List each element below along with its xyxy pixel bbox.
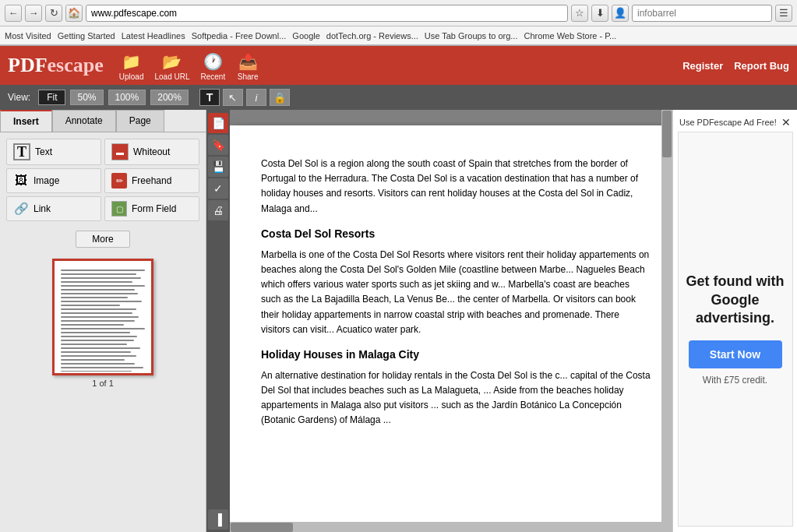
form-field-icon: ▢ <box>111 201 127 217</box>
main-layout: Insert Annotate Page T Text ▬ Whiteout 🖼… <box>0 110 797 532</box>
zoom-200-button[interactable]: 200% <box>150 90 189 105</box>
recent-label: Recent <box>200 72 225 81</box>
address-bar[interactable] <box>86 5 568 22</box>
strip-save-btn[interactable]: 💾 <box>208 157 228 177</box>
fit-button[interactable]: Fit <box>38 90 65 105</box>
upload-icon: 📁 <box>120 51 143 72</box>
lock-tool[interactable]: 🔒 <box>270 89 290 106</box>
user-button[interactable]: 👤 <box>612 5 629 22</box>
sidebar-tabs: Insert Annotate Page <box>0 110 206 132</box>
pdf-text: Costa Del Sol is a region along the sout… <box>261 157 651 428</box>
page-thumb-inner <box>56 262 150 372</box>
image-icon: 🖼 <box>13 173 29 188</box>
strip-side-btn[interactable]: ▐ <box>208 509 228 530</box>
ad-close-icon[interactable]: ✕ <box>781 116 791 129</box>
load-url-label: Load URL <box>154 72 189 81</box>
upload-tool[interactable]: 📁 Upload <box>119 51 144 81</box>
view-label: View: <box>8 92 30 103</box>
freehand-tool[interactable]: ✏ Freehand <box>104 168 199 193</box>
pdf-page: Costa Del Sol is a region along the sout… <box>230 125 672 532</box>
share-icon: 📤 <box>236 51 259 72</box>
menu-button[interactable]: ☰ <box>775 5 792 22</box>
upload-label: Upload <box>119 72 144 81</box>
bookmark-google[interactable]: Google <box>292 31 319 41</box>
pdf-paragraph-2: Marbella is one of the Costa Del Sol Res… <box>261 248 651 337</box>
ad-header-text: Use PDFescape Ad Free! <box>679 118 777 127</box>
link-tool[interactable]: 🔗 Link <box>6 196 101 221</box>
whiteout-icon: ▬ <box>111 143 129 160</box>
strip-print-btn[interactable]: 🖨 <box>208 200 228 220</box>
whiteout-tool[interactable]: ▬ Whiteout <box>104 139 199 165</box>
register-button[interactable]: Register <box>682 60 723 72</box>
back-button[interactable]: ← <box>5 5 22 22</box>
search-bar[interactable] <box>632 5 772 22</box>
pdf-paragraph-3: An alternative destination for holiday r… <box>261 368 651 428</box>
forward-button[interactable]: → <box>25 5 42 22</box>
bookmarks-bar: Most Visited Getting Started Latest Head… <box>0 26 797 45</box>
header-right: Register Report Bug <box>682 60 789 72</box>
tab-insert[interactable]: Insert <box>0 110 52 132</box>
download-button[interactable]: ⬇ <box>591 5 608 22</box>
ad-sidebar: Use PDFescape Ad Free! ✕ Get found with … <box>672 110 797 532</box>
text-icon: T <box>13 143 30 160</box>
app-header: PDFescape 📁 Upload 📂 Load URL 🕐 Recent 📤… <box>0 46 797 85</box>
view-bar: View: Fit 50% 100% 200% T ↖ i 🔒 <box>0 85 797 110</box>
home-button[interactable]: 🏠 <box>65 5 83 22</box>
freehand-icon: ✏ <box>111 173 127 188</box>
image-tool[interactable]: 🖼 Image <box>6 168 101 193</box>
zoom-50-button[interactable]: 50% <box>70 90 103 105</box>
bookmark-button[interactable]: ☆ <box>571 5 588 22</box>
ad-content: Get found with Google advertising. Start… <box>678 132 793 527</box>
share-label: Share <box>238 72 259 81</box>
ad-title: Get found with Google advertising. <box>686 273 785 327</box>
share-tool[interactable]: 📤 Share <box>236 51 259 81</box>
pdf-content-area[interactable]: Costa Del Sol is a region along the sout… <box>230 110 672 532</box>
pdf-scrollbar-thumb[interactable] <box>662 111 672 157</box>
strip-check-btn[interactable]: ✓ <box>208 178 228 199</box>
app-logo: PDFescape <box>8 54 104 77</box>
pdf-hscrollbar[interactable] <box>230 522 661 532</box>
bookmark-latest-headlines[interactable]: Latest Headlines <box>122 31 185 41</box>
text-tool[interactable]: T Text <box>6 139 101 165</box>
ad-sub-label: With £75 credit. <box>703 375 767 386</box>
pointer-tool[interactable]: ↖ <box>223 89 243 106</box>
bookmark-tab-groups[interactable]: Use Tab Groups to org... <box>425 31 518 41</box>
form-field-tool[interactable]: ▢ Form Field <box>104 196 199 221</box>
freehand-tool-label: Freehand <box>132 175 171 186</box>
strip-bookmark-btn[interactable]: 🔖 <box>208 135 228 155</box>
header-tools: 📁 Upload 📂 Load URL 🕐 Recent 📤 Share <box>119 51 259 81</box>
strip-page-btn[interactable]: 📄 <box>208 113 228 133</box>
pdf-scrollbar[interactable] <box>661 110 672 532</box>
tool-grid: T Text ▬ Whiteout 🖼 Image ✏ Freehand 🔗 L… <box>0 132 206 227</box>
tab-page[interactable]: Page <box>116 110 164 132</box>
text-tool-label: Text <box>35 146 52 157</box>
start-now-button[interactable]: Start Now <box>689 340 782 368</box>
pdf-paragraph-1: Costa Del Sol is a region along the sout… <box>261 157 651 217</box>
ad-header: Use PDFescape Ad Free! ✕ <box>679 116 791 129</box>
image-tool-label: Image <box>34 175 59 186</box>
bookmark-getting-started[interactable]: Getting Started <box>58 31 115 41</box>
browser-nav: ← → ↻ 🏠 ☆ ⬇ 👤 ☰ <box>0 0 797 26</box>
bookmark-softpedia[interactable]: Softpedia - Free Downl... <box>192 31 287 41</box>
page-thumbnail[interactable] <box>52 259 153 375</box>
pdf-hscrollbar-thumb[interactable] <box>231 523 293 532</box>
recent-icon: 🕐 <box>201 51 224 72</box>
more-button[interactable]: More <box>76 231 129 248</box>
bookmark-dottech[interactable]: dotTech.org - Reviews... <box>326 31 418 41</box>
load-url-tool[interactable]: 📂 Load URL <box>154 51 189 81</box>
text-cursor-tool[interactable]: T <box>199 89 220 106</box>
recent-tool[interactable]: 🕐 Recent <box>200 51 225 81</box>
reload-button[interactable]: ↻ <box>45 5 62 22</box>
load-url-icon: 📂 <box>160 51 184 72</box>
form-field-tool-label: Form Field <box>132 203 176 214</box>
bookmark-chrome-web-store[interactable]: Chrome Web Store - P... <box>524 31 616 41</box>
report-bug-button[interactable]: Report Bug <box>734 60 789 72</box>
tab-annotate[interactable]: Annotate <box>52 110 116 132</box>
pdf-heading-1: Costa Del Sol Resorts <box>261 227 651 240</box>
page-label: 1 of 1 <box>92 379 114 388</box>
pdf-heading-2: Holiday Houses in Malaga City <box>261 348 651 361</box>
bookmark-most-visited[interactable]: Most Visited <box>5 31 51 41</box>
zoom-100-button[interactable]: 100% <box>108 90 146 105</box>
info-tool[interactable]: i <box>246 89 266 106</box>
view-tools: T ↖ i 🔒 <box>199 89 290 106</box>
